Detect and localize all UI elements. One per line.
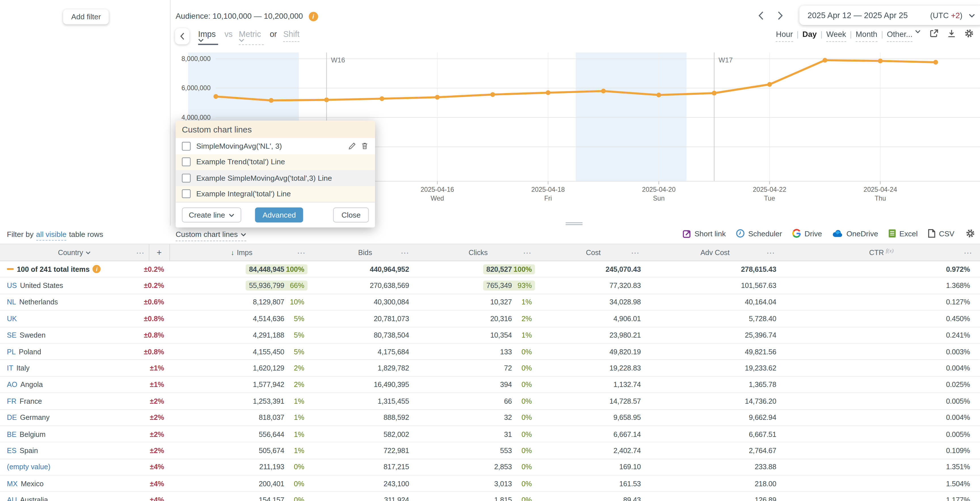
country-code[interactable]: NL xyxy=(7,299,16,306)
column-menu-icon[interactable]: ⋯ xyxy=(964,248,973,257)
country-code[interactable]: AU xyxy=(7,496,17,501)
column-menu-icon[interactable]: ⋯ xyxy=(297,248,306,257)
table-totals-row[interactable]: 100 of 241 total itemsi±0.2%84,448,94510… xyxy=(0,261,980,278)
short-link-button[interactable]: Short link xyxy=(682,229,726,238)
checkbox[interactable] xyxy=(182,189,191,198)
data-point[interactable] xyxy=(380,96,385,101)
data-point[interactable] xyxy=(269,98,274,103)
table-row[interactable]: ESSpain±2%505,6741%722,9815530%2,402.742… xyxy=(0,442,980,459)
data-point[interactable] xyxy=(657,92,661,97)
country-code[interactable]: SE xyxy=(7,331,16,339)
table-row[interactable]: AOAngola±1%1,577,9422%16,490,3953940%1,1… xyxy=(0,377,980,393)
granularity-week[interactable]: Week xyxy=(826,30,846,42)
country-code[interactable]: ES xyxy=(7,447,16,454)
country-code[interactable]: PL xyxy=(7,348,16,355)
primary-metric-dropdown[interactable]: Imps xyxy=(198,30,218,45)
column-header-cost[interactable]: Cost⋯ xyxy=(539,244,648,261)
prev-period-button[interactable] xyxy=(756,11,765,21)
table-row[interactable]: AUAustralia±4%154,1570%311,9241,8150%89.… xyxy=(0,492,980,501)
audience-info-icon[interactable]: i xyxy=(309,12,318,21)
data-point[interactable] xyxy=(435,95,440,100)
advanced-button[interactable]: Advanced xyxy=(255,207,303,223)
column-menu-icon[interactable]: ⋯ xyxy=(136,248,145,257)
csv-export-button[interactable]: CSV xyxy=(928,229,955,238)
table-settings-gear-icon[interactable] xyxy=(966,229,975,238)
country-code[interactable]: DE xyxy=(7,414,17,421)
country-code[interactable]: AO xyxy=(7,381,17,388)
table-row[interactable]: DEGermany±2%818,0371%888,592320%9,658.95… xyxy=(0,410,980,426)
data-point[interactable] xyxy=(767,82,772,87)
download-icon[interactable] xyxy=(947,29,956,38)
chart-settings-gear-icon[interactable] xyxy=(964,29,974,38)
table-row[interactable]: PLPoland±0.8%4,155,4505%4,175,6841330%49… xyxy=(0,344,980,360)
data-point[interactable] xyxy=(546,90,550,95)
granularity-hour[interactable]: Hour xyxy=(776,30,793,42)
collapse-dash-icon[interactable] xyxy=(7,268,14,270)
data-point[interactable] xyxy=(712,91,717,95)
table-row[interactable]: MXMexico±4%200,4010%243,1003,0130%161.53… xyxy=(0,476,980,492)
column-header-imps[interactable]: ↓Imps⋯ xyxy=(170,244,313,261)
column-header-clicks[interactable]: Clicks⋯ xyxy=(417,244,539,261)
data-point[interactable] xyxy=(490,92,495,97)
column-menu-icon[interactable]: ⋯ xyxy=(401,248,409,257)
table-row[interactable]: ITItaly±1%1,620,1292%1,829,782720%19,228… xyxy=(0,360,980,377)
table-row[interactable]: USUnited States±0.2%55,936,79966%270,638… xyxy=(0,278,980,294)
table-row[interactable]: UK±0.8%4,514,6365%20,781,07320,3162%4,90… xyxy=(0,311,980,327)
create-line-button[interactable]: Create line xyxy=(182,207,241,223)
google-drive-button[interactable]: Drive xyxy=(792,229,822,238)
custom-line-item[interactable]: Example Integral('total') Line xyxy=(176,186,375,202)
add-filter-button[interactable]: Add filter xyxy=(63,10,109,24)
country-code[interactable]: US xyxy=(7,282,17,289)
data-point[interactable] xyxy=(933,60,938,65)
totals-info-icon[interactable]: i xyxy=(93,265,101,273)
column-header-country[interactable]: Country⋯ xyxy=(0,244,149,261)
country-code[interactable]: FR xyxy=(7,398,16,405)
granularity-other[interactable]: Other... xyxy=(887,30,912,42)
table-row[interactable]: NLNetherlands±0.6%8,129,80710%40,300,084… xyxy=(0,294,980,311)
granularity-day[interactable]: Day xyxy=(802,30,817,39)
data-point[interactable] xyxy=(878,59,883,63)
column-menu-icon[interactable]: ⋯ xyxy=(766,248,775,257)
custom-chart-lines-toggle[interactable]: Custom chart lines xyxy=(176,230,247,242)
country-code[interactable]: MX xyxy=(7,480,18,487)
scheduler-button[interactable]: Scheduler xyxy=(736,229,782,238)
custom-line-item[interactable]: Example SimpleMovingAvg('total',3) Line xyxy=(176,170,375,186)
table-row[interactable]: BEBelgium±2%556,6441%582,002310%6,667.14… xyxy=(0,426,980,442)
column-menu-icon[interactable]: ⋯ xyxy=(523,248,532,257)
next-period-button[interactable] xyxy=(776,11,784,21)
open-in-new-icon[interactable] xyxy=(929,29,939,38)
edit-pencil-icon[interactable] xyxy=(348,142,356,150)
data-point[interactable] xyxy=(324,98,329,102)
shift-toggle[interactable]: Shift xyxy=(283,30,299,42)
column-header-bids[interactable]: Bids⋯ xyxy=(313,244,417,261)
table-row[interactable]: (empty value)±4%211,1930%817,2152,8530%1… xyxy=(0,459,980,476)
checkbox[interactable] xyxy=(182,173,191,183)
data-point[interactable] xyxy=(601,89,606,94)
all-visible-link[interactable]: all visible xyxy=(36,230,67,240)
data-point[interactable] xyxy=(213,94,218,99)
checkbox[interactable] xyxy=(182,158,191,167)
add-column-button[interactable]: + xyxy=(149,244,170,261)
country-name[interactable]: (empty value) xyxy=(7,463,50,471)
country-code[interactable]: BE xyxy=(7,430,16,438)
checkbox[interactable] xyxy=(182,142,191,150)
column-header-ctr[interactable]: CTRf(x)⋯ xyxy=(783,244,980,261)
table-row[interactable]: FRFrance±2%1,253,3911%1,315,455660%14,72… xyxy=(0,393,980,410)
custom-line-item[interactable]: Example Trend('total') Line xyxy=(176,154,375,170)
excel-export-button[interactable]: Excel xyxy=(888,229,918,238)
column-menu-icon[interactable]: ⋯ xyxy=(631,248,640,257)
country-code[interactable]: IT xyxy=(7,364,13,372)
granularity-month[interactable]: Month xyxy=(856,30,878,42)
delete-trash-icon[interactable] xyxy=(361,142,369,150)
column-header-adv-cost[interactable]: Adv Cost⋯ xyxy=(647,244,783,261)
chart-back-button[interactable] xyxy=(175,28,189,44)
table-row[interactable]: SESweden±0.8%4,291,1885%80,738,50410,354… xyxy=(0,327,980,344)
custom-line-item[interactable]: SimpleMovingAvg('NL', 3) xyxy=(176,138,375,154)
country-code[interactable]: UK xyxy=(7,315,17,322)
data-point[interactable] xyxy=(822,58,827,63)
chart-resize-handle[interactable] xyxy=(566,221,582,226)
close-button[interactable]: Close xyxy=(333,207,369,223)
date-range-picker[interactable]: 2025 Apr 12 — 2025 Apr 25 (UTC +2) xyxy=(799,6,980,25)
onedrive-button[interactable]: OneDrive xyxy=(832,229,878,238)
secondary-metric-dropdown[interactable]: Metric xyxy=(239,30,264,45)
